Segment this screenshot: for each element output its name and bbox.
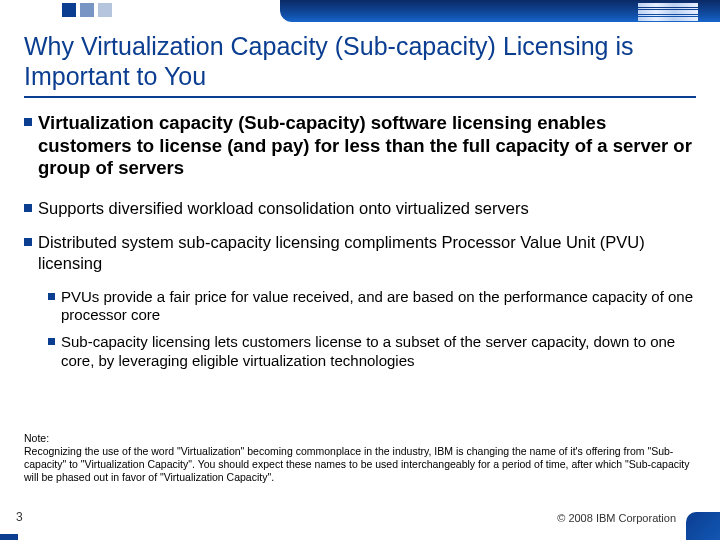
bullet-text: Virtualization capacity (Sub-capacity) s… [38,112,696,180]
bullet-level1: Supports diversified workload consolidat… [24,198,696,219]
title-underline [24,96,696,98]
copyright-text: © 2008 IBM Corporation [557,512,676,524]
footnote-label: Note: [24,432,696,445]
bullet-icon [24,118,32,126]
deco-square-icon [98,3,112,17]
corner-right-deco [686,512,720,540]
slide-body: Virtualization capacity (Sub-capacity) s… [24,112,696,379]
bullet-text: Sub-capacity licensing lets customers li… [61,333,696,371]
bullet-text: Distributed system sub-capacity licensin… [38,232,696,273]
slide-title: Why Virtualization Capacity (Sub-capacit… [24,32,684,91]
footnote-text: Recognizing the use of the word "Virtual… [24,445,696,484]
sub-bullets: PVUs provide a fair price for value rece… [48,288,696,371]
corner-left-deco [0,534,18,540]
bullet-level2: PVUs provide a fair price for value rece… [48,288,696,326]
bullet-level1: Virtualization capacity (Sub-capacity) s… [24,112,696,180]
deco-square-icon [80,3,94,17]
header-decoration [0,0,720,26]
bullet-text: Supports diversified workload consolidat… [38,198,529,219]
footnote: Note: Recognizing the use of the word "V… [24,432,696,485]
header-squares [62,3,112,17]
bullet-icon [24,204,32,212]
footer: 3 © 2008 IBM Corporation [0,510,720,540]
bullet-level1: Distributed system sub-capacity licensin… [24,232,696,273]
bullet-text: PVUs provide a fair price for value rece… [61,288,696,326]
bullet-icon [48,338,55,345]
bullet-icon [48,293,55,300]
deco-square-icon [62,3,76,17]
page-number: 3 [16,510,23,524]
bullet-icon [24,238,32,246]
slide: Why Virtualization Capacity (Sub-capacit… [0,0,720,540]
ibm-logo-icon [638,3,698,21]
bullet-level2: Sub-capacity licensing lets customers li… [48,333,696,371]
